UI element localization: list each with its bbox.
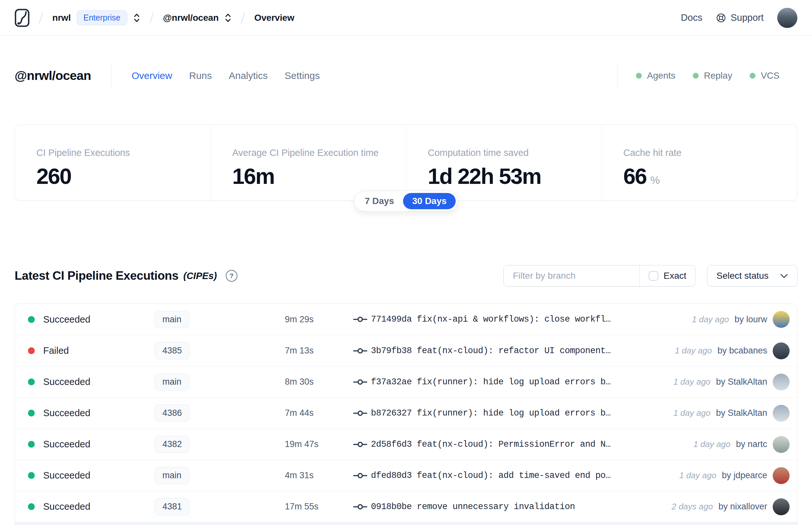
stats-row: CI Pipeline Executions 260 Average CI Pi… (15, 124, 797, 201)
branch-badge: 4386 (155, 404, 190, 422)
user-avatar[interactable] (777, 8, 797, 28)
cipe-row[interactable]: Failed 4385 7m 13s 3b79fb38 feat(nx-clou… (15, 335, 797, 366)
branch-badge: main (155, 373, 189, 390)
time-ago-label: 1 day ago (679, 470, 716, 480)
author-label: by bcabanes (718, 346, 767, 356)
time-ago-label: 2 days ago (672, 501, 713, 512)
time-ago-label: 1 day ago (673, 377, 710, 387)
status-vcs: VCS (750, 71, 780, 81)
status-dot-icon (636, 73, 642, 79)
stat-average-execution-time: Average CI Pipeline Execution time 16m (211, 125, 406, 200)
status-agents: Agents (636, 71, 675, 81)
breadcrumb: nrwl Enterprise @nrwl/ocean Overview (15, 9, 294, 27)
duration-label: 7m 13s (285, 346, 353, 356)
org-switcher-icon[interactable] (133, 13, 140, 23)
time-ago-label: 1 day ago (692, 314, 729, 325)
breadcrumb-workspace[interactable]: @nrwl/ocean (163, 13, 219, 23)
author-avatar (773, 498, 790, 515)
stat-cache-hit-rate: Cache hit rate 66% (601, 125, 797, 200)
cipe-table-body: Succeeded main 9m 29s 771499da fix(nx-ap… (15, 304, 797, 522)
status-dot-icon (28, 316, 35, 323)
cipe-row[interactable]: Succeeded main 9m 29s 771499da fix(nx-ap… (15, 304, 797, 335)
stat-computation-time-saved: Computation time saved 1d 22h 53m (406, 125, 601, 200)
tab-settings[interactable]: Settings (285, 70, 320, 81)
commit-cell[interactable]: b8726327 fix(runner): hide log upload er… (353, 408, 673, 418)
status-dot-icon (693, 73, 699, 79)
commit-cell[interactable]: 0918b0be remove unnecessary invalidation (353, 502, 672, 512)
commit-message: b8726327 fix(runner): hide log upload er… (371, 408, 611, 418)
tab-overview[interactable]: Overview (132, 70, 172, 81)
branch-badge: 4382 (155, 436, 190, 453)
docs-link[interactable]: Docs (681, 12, 702, 23)
cipe-table: Succeeded main 9m 29s 771499da fix(nx-ap… (15, 303, 797, 525)
chevron-down-icon (780, 273, 788, 279)
author-label: by lourw (734, 314, 767, 325)
status-replay: Replay (693, 71, 732, 81)
cipe-row[interactable]: Succeeded main 4m 31s dfed80d3 feat(nx-c… (15, 460, 797, 491)
git-commit-icon (353, 408, 367, 418)
status-label: Succeeded (43, 501, 90, 512)
commit-message: dfed80d3 feat(nx-cloud): add time-saved … (371, 471, 611, 480)
breadcrumb-org[interactable]: nrwl (52, 13, 71, 23)
range-7-days[interactable]: 7 Days (356, 193, 402, 209)
exact-toggle[interactable]: Exact (640, 266, 695, 286)
author-avatar (773, 342, 790, 359)
author-avatar (773, 436, 790, 453)
commit-cell[interactable]: f37a32ae fix(runner): hide log upload er… (353, 377, 673, 387)
cipe-row[interactable]: Succeeded 4382 19m 47s 2d58f6d3 feat(nx-… (15, 429, 797, 460)
exact-checkbox[interactable] (649, 271, 658, 281)
author-label: by StalkAltan (716, 408, 767, 418)
lifebuoy-icon (716, 13, 726, 23)
enterprise-badge: Enterprise (77, 10, 127, 25)
breadcrumb-page: Overview (254, 13, 294, 23)
env-status-group: Agents Replay VCS (597, 63, 797, 89)
git-commit-icon (353, 502, 367, 512)
tab-analytics[interactable]: Analytics (229, 70, 267, 81)
status-dot-icon (28, 378, 35, 385)
branch-filter-group: Exact (503, 265, 695, 287)
author-label: by nartc (736, 439, 767, 449)
divider (617, 63, 618, 89)
author-label: by StalkAltan (716, 377, 767, 387)
author-label: by nixallover (718, 501, 767, 512)
status-dot-icon (28, 503, 35, 510)
cipe-row[interactable]: Succeeded main 8m 30s f37a32ae fix(runne… (15, 366, 797, 397)
status-dot-icon (28, 441, 35, 448)
commit-cell[interactable]: 771499da fix(nx-api & workflows): close … (353, 314, 692, 324)
status-label: Succeeded (43, 470, 90, 481)
status-label: Succeeded (43, 376, 90, 387)
commit-message: 2d58f6d3 feat(nx-cloud): PermissionError… (371, 439, 611, 449)
nx-cloud-logo[interactable] (15, 9, 30, 27)
breadcrumb-separator (39, 12, 43, 24)
status-select[interactable]: Select status (707, 265, 797, 287)
status-dot-icon (28, 410, 35, 417)
range-30-days[interactable]: 30 Days (403, 193, 456, 209)
commit-cell[interactable]: 2d58f6d3 feat(nx-cloud): PermissionError… (353, 439, 693, 449)
time-ago-label: 1 day ago (673, 408, 710, 418)
help-icon[interactable]: ? (226, 270, 238, 282)
support-link[interactable]: Support (716, 12, 764, 23)
cipe-row[interactable]: Succeeded 4381 17m 55s 0918b0be remove u… (15, 491, 797, 522)
commit-cell[interactable]: dfed80d3 feat(nx-cloud): add time-saved … (353, 471, 679, 480)
branch-filter-input[interactable] (504, 266, 640, 286)
commit-message: 3b79fb38 feat(nx-cloud): refactor UI com… (371, 346, 611, 356)
status-dot-icon (28, 347, 35, 354)
divider (111, 63, 111, 89)
duration-label: 8m 30s (285, 377, 353, 387)
commit-message: 0918b0be remove unnecessary invalidation (371, 502, 575, 512)
author-avatar (773, 405, 790, 422)
tab-runs[interactable]: Runs (189, 70, 212, 81)
workspace-header: @nrwl/ocean Overview Runs Analytics Sett… (15, 59, 797, 92)
status-label: Succeeded (43, 314, 90, 325)
top-nav: nrwl Enterprise @nrwl/ocean Overview Doc… (0, 0, 812, 36)
branch-badge: main (155, 467, 189, 484)
cipe-row[interactable]: Succeeded 4386 7m 44s b8726327 fix(runne… (15, 397, 797, 429)
git-commit-icon (353, 314, 367, 324)
branch-badge: main (155, 311, 189, 328)
status-label: Succeeded (43, 439, 90, 450)
breadcrumb-separator (241, 12, 245, 24)
git-commit-icon (353, 471, 367, 480)
commit-cell[interactable]: 3b79fb38 feat(nx-cloud): refactor UI com… (353, 346, 675, 356)
commit-message: f37a32ae fix(runner): hide log upload er… (371, 377, 611, 387)
workspace-switcher-icon[interactable] (225, 13, 232, 23)
